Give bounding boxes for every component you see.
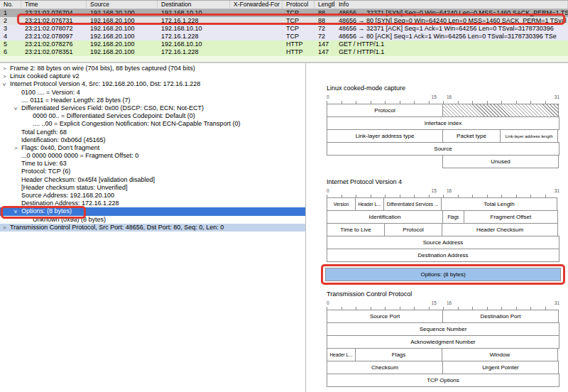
collapsed-arrow-icon[interactable]: > bbox=[3, 72, 10, 80]
expanded-arrow-icon[interactable]: v bbox=[14, 207, 21, 215]
ruler-label-31: 31 bbox=[555, 300, 559, 305]
column-header-info[interactable]: Info bbox=[335, 1, 568, 9]
cell-time: 23:21:02.078072 bbox=[21, 25, 87, 33]
expanded-arrow-icon[interactable]: v bbox=[3, 80, 10, 88]
detail-header-checksum[interactable]: Header Checksum: 0x45f4 [validation disa… bbox=[0, 176, 305, 184]
column-header-xff[interactable]: X-Forwarded-For bbox=[230, 1, 283, 9]
diagram-spacer bbox=[327, 155, 443, 168]
bit-ruler: 0 15 16 31 bbox=[327, 96, 559, 104]
detail-text: ...0 0000 0000 0000 = Fragment Offset: 0 bbox=[21, 152, 138, 159]
detail-ecn[interactable]: .... ..00 = Explicit Congestion Notifica… bbox=[0, 120, 305, 128]
cell-destination: 172.16.1.228 bbox=[158, 17, 230, 25]
packet-row-2[interactable]: 2 23:21:02.076731 192.168.20.100 172.16.… bbox=[0, 17, 568, 25]
detail-header-length[interactable]: .... 0111 = Header Length: 28 bytes (7) bbox=[0, 97, 305, 104]
detail-version[interactable]: 0100 .... = Version: 4 bbox=[0, 89, 305, 97]
detail-options-unknown[interactable]: Unknown (0x9a) (8 bytes) bbox=[0, 216, 305, 224]
detail-options-selected[interactable]: vOptions: (8 bytes) bbox=[0, 207, 305, 215]
detail-ttl[interactable]: Time to Live: 63 bbox=[0, 160, 305, 168]
detail-sll[interactable]: >Linux cooked capture v2 bbox=[0, 72, 305, 80]
column-header-no[interactable]: No. bbox=[0, 1, 21, 9]
detail-ipv4[interactable]: vInternet Protocol Version 4, Src: 192.1… bbox=[0, 80, 305, 88]
packet-row-1[interactable]: 1 23:21:02.076704 192.168.20.100 192.168… bbox=[0, 9, 568, 17]
detail-text: Identification: 0xb06d (45165) bbox=[21, 136, 106, 143]
field-unused: Unused bbox=[442, 155, 559, 168]
packet-row-3[interactable]: 3 23:21:02.078072 192.168.20.100 192.168… bbox=[0, 25, 568, 33]
diagram-sll: Linux cooked-mode capture 0 15 16 31 Pro… bbox=[327, 85, 559, 168]
field-header-checksum: Header Checksum bbox=[442, 223, 558, 236]
collapsed-arrow-icon[interactable]: > bbox=[3, 224, 10, 232]
field-sequence-number: Sequence Number bbox=[327, 322, 559, 336]
detail-dscp[interactable]: 0000 00.. = Differentiated Services Code… bbox=[0, 112, 305, 120]
diagram-tcp: Transmission Control Protocol 0 15 16 31… bbox=[327, 290, 559, 387]
cell-no: 3 bbox=[0, 25, 21, 33]
field-destination-port: Destination Port bbox=[442, 310, 559, 323]
column-header-destination[interactable]: Destination bbox=[158, 1, 230, 9]
cell-no: 6 bbox=[0, 48, 21, 56]
cell-destination: 192.168.10.10 bbox=[158, 9, 230, 17]
detail-text: Options: (8 bytes) bbox=[21, 207, 72, 214]
field-protocol: Protocol bbox=[327, 104, 443, 117]
packet-row-4[interactable]: 4 23:21:02.078097 192.168.20.100 172.16.… bbox=[0, 33, 568, 40]
header-diagram-pane: Linux cooked-mode capture 0 15 16 31 Pro… bbox=[305, 63, 568, 392]
cell-length: 72 bbox=[315, 33, 335, 40]
field-source-port: Source Port bbox=[327, 310, 443, 323]
field-tcp-options: TCP Options bbox=[327, 374, 559, 387]
collapsed-arrow-icon[interactable]: > bbox=[3, 65, 10, 72]
detail-flags[interactable]: >Flags: 0x40, Don't fragment bbox=[0, 144, 305, 152]
diagram-ipv4: Internet Protocol Version 4 0 15 16 31 V… bbox=[327, 178, 559, 285]
cell-xff bbox=[230, 17, 283, 25]
diagram-title: Transmission Control Protocol bbox=[327, 290, 559, 298]
cell-source: 192.168.20.100 bbox=[87, 33, 158, 40]
cell-length: 72 bbox=[315, 25, 335, 33]
cell-destination: 172.16.1.228 bbox=[158, 48, 230, 56]
detail-source-address[interactable]: Source Address: 192.168.20.100 bbox=[0, 192, 305, 200]
ruler-label-0: 0 bbox=[327, 188, 329, 193]
cell-time: 23:21:02.078276 bbox=[21, 40, 87, 48]
detail-identification[interactable]: Identification: 0xb06d (45165) bbox=[0, 136, 305, 144]
diagram-title: Internet Protocol Version 4 bbox=[327, 178, 559, 186]
expanded-arrow-icon[interactable]: v bbox=[14, 104, 21, 112]
cell-xff bbox=[230, 25, 283, 33]
cell-source: 192.168.20.100 bbox=[87, 40, 158, 48]
ruler-label-31: 31 bbox=[555, 188, 559, 193]
detail-checksum-status[interactable]: [Header checksum status: Unverified] bbox=[0, 184, 305, 192]
field-window: Window bbox=[442, 348, 558, 361]
detail-destination-address[interactable]: Destination Address: 172.16.1.228 bbox=[0, 200, 305, 207]
cell-info: GET / HTTP/1.1 bbox=[335, 48, 568, 56]
cell-length: 88 bbox=[315, 9, 335, 17]
detail-text: Protocol: TCP (6) bbox=[21, 168, 70, 175]
packet-detail-pane: >Frame 2: 88 bytes on wire (704 bits), 8… bbox=[0, 63, 305, 392]
field-packet-type: Packet type bbox=[442, 129, 501, 143]
detail-text: .... 0111 = Header Length: 28 bytes (7) bbox=[21, 97, 131, 104]
detail-text: Destination Address: 172.16.1.228 bbox=[21, 200, 119, 207]
column-header-time[interactable]: Time bbox=[21, 1, 87, 9]
cell-protocol: TCP bbox=[283, 17, 315, 25]
packet-list-header: No. Time Source Destination X-Forwarded-… bbox=[0, 0, 568, 9]
packet-row-5[interactable]: 5 23:21:02.078276 192.168.20.100 192.168… bbox=[0, 40, 568, 48]
cell-info: 48656 → 32371 [SYN] Seq=0 Win=64240 Len=… bbox=[335, 9, 568, 17]
detail-fragment-offset[interactable]: ...0 0000 0000 0000 = Fragment Offset: 0 bbox=[0, 152, 305, 160]
detail-dsf[interactable]: vDifferentiated Services Field: 0x00 (DS… bbox=[0, 104, 305, 112]
detail-text: Source Address: 192.168.20.100 bbox=[21, 192, 114, 199]
column-header-source[interactable]: Source bbox=[87, 1, 158, 9]
detail-text: [Header checksum status: Unverified] bbox=[21, 184, 128, 191]
collapsed-arrow-icon[interactable]: > bbox=[14, 144, 21, 152]
field-header-length: Header L... bbox=[355, 197, 384, 211]
detail-tcp[interactable]: >Transmission Control Protocol, Src Port… bbox=[0, 224, 305, 232]
cell-no: 5 bbox=[0, 40, 21, 48]
detail-protocol[interactable]: Protocol: TCP (6) bbox=[0, 168, 305, 175]
column-header-protocol[interactable]: Protocol bbox=[283, 1, 315, 9]
packet-row-6[interactable]: 6 23:21:02.078351 192.168.20.100 172.16.… bbox=[0, 48, 568, 56]
packet-list: No. Time Source Destination X-Forwarded-… bbox=[0, 0, 568, 63]
detail-total-length[interactable]: Total Length: 68 bbox=[0, 129, 305, 136]
field-protocol: Protocol bbox=[384, 223, 442, 236]
cell-time: 23:21:02.076704 bbox=[21, 9, 87, 17]
detail-text: .... ..00 = Explicit Congestion Notifica… bbox=[33, 120, 240, 127]
column-header-length[interactable]: Length bbox=[315, 1, 335, 9]
detail-text: Internet Protocol Version 4, Src: 192.16… bbox=[10, 80, 200, 87]
detail-frame[interactable]: >Frame 2: 88 bytes on wire (704 bits), 8… bbox=[0, 65, 305, 72]
field-ack-number: Acknowledgment Number bbox=[327, 335, 559, 349]
detail-text: Linux cooked capture v2 bbox=[10, 72, 80, 80]
cell-source: 192.168.20.100 bbox=[87, 48, 158, 56]
cell-length: 147 bbox=[315, 40, 335, 48]
